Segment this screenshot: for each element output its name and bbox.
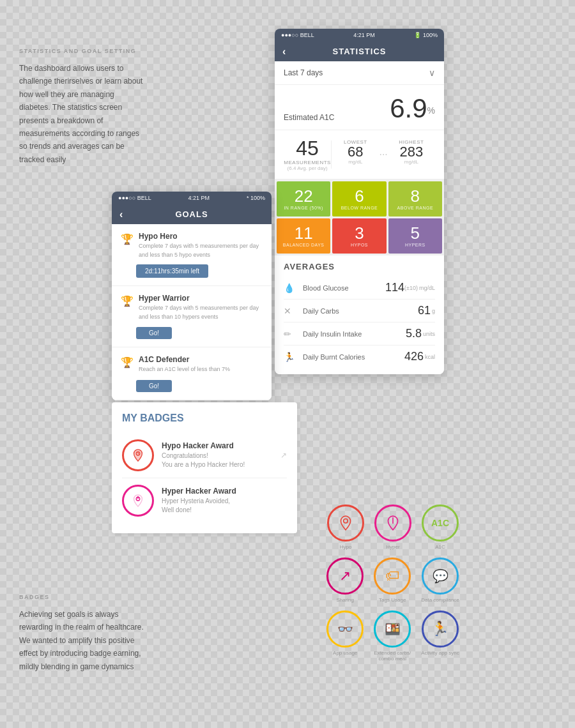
averages-section: AVERAGES 💧 Blood Glucose 114 (±10) mg/dL… [275, 255, 444, 374]
stat-in-range: 22 IN RANGE (50%) [277, 181, 330, 216]
stat-below-range-label: BELOW RANGE [337, 206, 381, 210]
a1c-number: 6.9 [390, 93, 427, 123]
badges-section-label: BADGES [19, 594, 147, 600]
stat-above-range: 8 ABOVE RANGE [388, 181, 442, 216]
stat-hypos: 3 HYPOS [332, 218, 386, 254]
badge-icon-hypo-label: Hypo [340, 544, 352, 550]
blood-glucose-icon: 💧 [284, 283, 298, 293]
goals-status-bar: ●●●○○ BELL 4:21 PM * 100% [112, 192, 272, 204]
badge-hyper-hacker-icon [122, 485, 154, 517]
badge-icons-grid: Hypo Hyper A1C A1C ↗ Sharing 🏷 Tags Usag… [303, 504, 482, 669]
avg-daily-carbs-unit: g [432, 308, 435, 314]
badge-hyper-hacker-desc: Hyper Hysteria Avoided,Well done! [162, 497, 287, 515]
badge-icon-hyper-label: Hyper [386, 544, 399, 550]
badge-icon-tags-circle: 🏷 [374, 557, 411, 595]
badge-icon-tags: 🏷 Tags Usage [374, 557, 411, 603]
stat-hypers-label: HYPERS [394, 243, 437, 247]
status-carrier: ●●●○○ BELL [281, 32, 314, 38]
badge-icon-extended-carbs: 🍱 Extended carbs/combo meal [374, 610, 411, 662]
daily-calories-icon: 🏃 [284, 352, 298, 362]
badge-icon-hyper-circle [374, 504, 411, 542]
avg-daily-calories-label: Daily Burnt Calories [303, 353, 404, 361]
goals-status-carrier: ●●●○○ BELL [118, 195, 151, 201]
stats-section-label: STATISTICS AND GOAL SETTING [19, 48, 147, 54]
stat-in-range-label: IN RANGE (50%) [282, 206, 325, 210]
stat-hypos-value: 3 [337, 225, 381, 241]
meas-total-sub: (6.4 Avg. per day) [284, 165, 331, 171]
badge-hypo-hacker-info: Hypo Hacker Award Congratulations!You ar… [162, 441, 273, 469]
badges-panel-title: MY BADGES [122, 413, 287, 424]
goals-back-arrow[interactable]: ‹ [119, 209, 123, 220]
a1c-section: Estimated A1C 6.9% [275, 85, 444, 130]
share-icon-1[interactable]: ↗ [280, 451, 287, 460]
badge-icons-row-2: ↗ Sharing 🏷 Tags Usage 💬 Data compliance [303, 557, 482, 603]
goal-hyper-warrior-title: Hyper Warrior [139, 294, 263, 303]
goal-hyper-warrior-btn[interactable]: Go! [136, 327, 172, 339]
avg-daily-insulin-value: 5.8 [406, 327, 422, 340]
meas-total: 45 MEASUREMENTS (6.4 Avg. per day) [284, 138, 331, 171]
stats-phone-body: Last 7 days ∨ Estimated A1C 6.9% 45 MEAS… [275, 61, 444, 374]
avg-daily-calories-unit: kcal [425, 354, 435, 360]
status-time: 4:21 PM [353, 32, 375, 38]
stats-back-arrow[interactable]: ‹ [282, 46, 286, 57]
avg-daily-carbs-value: 61 [418, 304, 431, 317]
avg-daily-insulin: ✏ Daily Insulin Intake 5.8 units [284, 322, 435, 345]
meas-total-label: MEASUREMENTS [284, 160, 331, 165]
badge-icon-extended-carbs-label: Extended carbs/combo meal [374, 650, 411, 662]
status-battery: 🔋 100% [414, 32, 438, 38]
goals-status-time: 4:21 PM [188, 195, 210, 201]
stat-below-range-value: 6 [337, 188, 381, 204]
a1c-value-display: 6.9% [390, 95, 435, 122]
avg-daily-insulin-label: Daily Insulin Intake [303, 330, 406, 338]
stats-date-label: Last 7 days [284, 68, 323, 77]
goal-hypo-hero-btn[interactable]: 2d:11hrs:35min left [136, 264, 208, 278]
stat-in-range-value: 22 [282, 188, 325, 204]
goal-a1c-defender-btn[interactable]: Go! [136, 380, 172, 392]
trophy-icon-1: 🏆 [121, 233, 134, 245]
stats-date-dropdown[interactable]: Last 7 days ∨ [275, 61, 444, 85]
avg-daily-carbs-label: Daily Carbs [303, 307, 418, 315]
badge-icons-row-1: Hypo Hyper A1C A1C [303, 504, 482, 550]
badge-icon-a1c-label: A1C [435, 544, 445, 550]
avg-daily-calories-value: 426 [404, 350, 424, 363]
badge-icons-row-3: 👓 App usage 🍱 Extended carbs/combo meal … [303, 610, 482, 662]
stats-grid: 22 IN RANGE (50%) 6 BELOW RANGE 8 ABOVE … [275, 179, 444, 255]
a1c-unit: % [427, 105, 435, 116]
badge-icon-data-compliance-circle: 💬 [422, 557, 459, 595]
stat-below-range: 6 BELOW RANGE [332, 181, 386, 216]
badge-icon-app-usage-label: App usage [333, 650, 357, 656]
badge-hypo-hacker-name: Hypo Hacker Award [162, 441, 273, 450]
goals-header-title: GOALS [175, 209, 208, 219]
stats-section-desc: The dashboard allows users to challenge … [19, 62, 147, 166]
daily-insulin-icon: ✏ [284, 329, 298, 339]
badge-icon-activity-sync-label: Activity app sync [421, 650, 459, 656]
goal-a1c-defender-desc: Reach an A1C level of less than 7% [139, 365, 230, 374]
chevron-down-icon: ∨ [429, 68, 435, 78]
phone-goals-mockup: ●●●○○ BELL 4:21 PM * 100% ‹ GOALS 🏆 Hypo… [112, 192, 272, 400]
daily-carbs-icon: ✕ [284, 306, 298, 316]
stat-hypers-value: 5 [394, 225, 437, 241]
badge-icon-tags-label: Tags Usage [379, 597, 406, 603]
avg-blood-glucose: 💧 Blood Glucose 114 (±10) mg/dL [284, 277, 435, 300]
stats-header: ‹ STATISTICS [275, 42, 444, 61]
avg-blood-glucose-value: 114 [385, 281, 404, 294]
avg-blood-glucose-unit: mg/dL [419, 285, 435, 291]
avg-blood-glucose-label: Blood Glucose [303, 284, 385, 292]
badge-hypo-hacker-icon [122, 439, 154, 471]
stat-balanced-label: BALANCED DAYS [282, 243, 325, 247]
badges-section-desc: Achieving set goals is always rewarding … [19, 608, 147, 673]
badge-icon-activity-sync-circle: 🏃 [422, 610, 459, 648]
avg-daily-carbs: ✕ Daily Carbs 61 g [284, 300, 435, 322]
badge-hyper-hacker: Hyper Hacker Award Hyper Hysteria Avoide… [122, 478, 287, 523]
badge-hypo-hacker: Hypo Hacker Award Congratulations!You ar… [122, 433, 287, 478]
a1c-label: Estimated A1C [284, 113, 334, 122]
stat-above-range-value: 8 [394, 188, 437, 204]
badge-icon-hypo: Hypo [327, 504, 364, 550]
avg-blood-glucose-super: (±10) [404, 285, 418, 291]
measurements-row: 45 MEASUREMENTS (6.4 Avg. per day) LOWES… [275, 130, 444, 179]
meas-dots: ··· [379, 138, 387, 171]
stats-header-title: STATISTICS [333, 47, 387, 56]
badge-icon-data-compliance-label: Data compliance [421, 597, 459, 603]
my-badges-panel: MY BADGES Hypo Hacker Award Congratulati… [112, 402, 297, 533]
badge-icon-hypo-circle [327, 504, 364, 542]
